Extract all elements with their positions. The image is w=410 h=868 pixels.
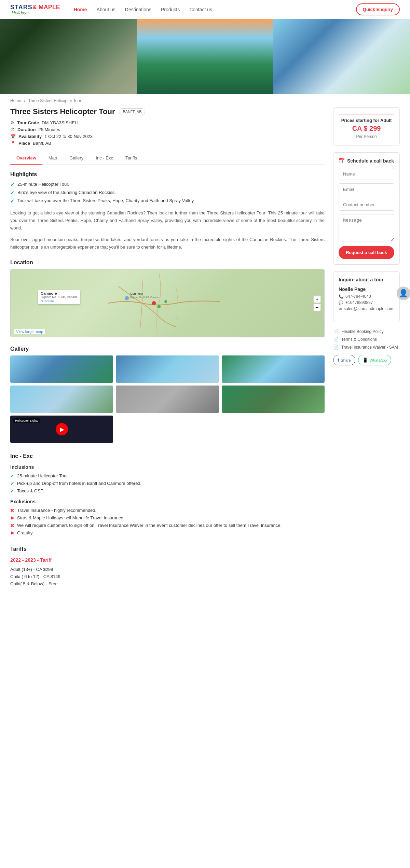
place-icon: 📍 bbox=[10, 141, 16, 146]
nav-home[interactable]: Home bbox=[74, 7, 87, 12]
price-amount: CA $ 299 bbox=[339, 125, 394, 132]
share-whatsapp-button[interactable]: 📱 WhatsApp bbox=[358, 355, 392, 365]
exclusion-x-3: ✖ bbox=[10, 523, 14, 528]
map-label-canmore: Canmore Bighorn No. 8, AB, Canada Direct… bbox=[38, 290, 80, 304]
logo-stars: STARS bbox=[10, 4, 32, 11]
gallery-video-thumb[interactable]: ▶ Helicopter Sights bbox=[10, 416, 113, 443]
tab-gallery[interactable]: Gallery bbox=[63, 152, 90, 164]
exclusion-x-4: ✖ bbox=[10, 530, 14, 536]
highlight-check-1: ✔ bbox=[10, 182, 15, 188]
schedule-box: 📅 Schedule a call back Request a call ba… bbox=[333, 152, 400, 265]
tab-overview[interactable]: Overview bbox=[10, 152, 42, 165]
tariff-item-3: Child( 5 & Below) - Free bbox=[10, 581, 325, 586]
contact-input[interactable] bbox=[339, 199, 394, 211]
gallery-title: Gallery bbox=[10, 346, 325, 352]
tourcode-label: Tour Code bbox=[17, 120, 39, 125]
view-larger-map[interactable]: View larger map bbox=[14, 329, 45, 334]
gallery-grid: ▶ Helicopter Sights bbox=[10, 355, 325, 443]
agent-details: Noelle Page 📞 647-794-4040 💬 +1647889389… bbox=[339, 286, 393, 312]
breadcrumb-home[interactable]: Home bbox=[10, 98, 21, 103]
highlight-item-1: ✔ 25-minute Helicopter Tour. bbox=[10, 182, 325, 188]
nav-contact[interactable]: Contact us bbox=[189, 7, 212, 12]
gallery-item-4[interactable] bbox=[10, 386, 113, 413]
phone-icon: 📞 bbox=[339, 294, 343, 299]
content-left: Three Sisters Helicopter Tour BANFF, AB … bbox=[10, 107, 325, 588]
email-icon: ✉ bbox=[339, 307, 342, 311]
tariff-year-label: 2022 - 2023 - Tariff bbox=[10, 557, 325, 563]
tourcode-value: DM-YBA3SISHELI bbox=[42, 120, 79, 125]
highlight-check-2: ✔ bbox=[10, 190, 15, 196]
tour-title: Three Sisters Helicopter Tour bbox=[10, 107, 115, 116]
logo[interactable]: STARS & MAPLE Holidays bbox=[10, 4, 60, 15]
banff-badge: BANFF, AB bbox=[119, 108, 145, 115]
request-callback-button[interactable]: Request a call back bbox=[339, 246, 394, 259]
quick-enquiry-button[interactable]: Quick Enquiry bbox=[356, 3, 400, 15]
inclusion-2: ✔ Pick-up and Drop-off from hotels in Ba… bbox=[10, 481, 325, 486]
logo-maple: & MAPLE bbox=[32, 4, 60, 11]
duration-icon: ⏱ bbox=[10, 127, 15, 132]
zoom-out-button[interactable]: − bbox=[313, 304, 321, 311]
content-right: Prices starting for Adult CA $ 299 Per P… bbox=[333, 107, 400, 588]
policy-item-1[interactable]: 📄 Flexible Booking Policy bbox=[333, 329, 400, 334]
exclusion-2: ✖ Stars & Maple Holidays sell Manulife T… bbox=[10, 515, 325, 521]
tab-inc-exc[interactable]: Inc - Exc bbox=[90, 152, 119, 164]
policy-icon-1: 📄 bbox=[333, 329, 339, 334]
exclusion-3: ✖ We will require customers to sign off … bbox=[10, 523, 325, 528]
directions-link[interactable]: Directions bbox=[41, 299, 54, 303]
meta-tourcode: ⚙ Tour Code DM-YBA3SISHELI bbox=[10, 120, 325, 125]
email-input[interactable] bbox=[339, 183, 394, 195]
tabs-container: Overview Map Gallery Inc - Exc Tariffs bbox=[10, 152, 325, 165]
gallery-item-6[interactable] bbox=[222, 386, 325, 413]
tariffs-title: Tariffs bbox=[10, 546, 325, 552]
zoom-in-button[interactable]: + bbox=[313, 295, 321, 303]
policy-icon-2: 📄 bbox=[333, 337, 339, 342]
highlight-item-2: ✔ Bird's eye view of the stunning Canadi… bbox=[10, 190, 325, 196]
inclusion-check-3: ✔ bbox=[10, 488, 14, 494]
message-textarea[interactable] bbox=[339, 214, 394, 241]
inclusions-list: ✔ 25-minute Helicopter Tour. ✔ Pick-up a… bbox=[10, 473, 325, 494]
highlights-section: Highlights ✔ 25-minute Helicopter Tour. … bbox=[10, 171, 325, 204]
breadcrumb: Home › Three Sisters Helicopter Tour bbox=[0, 94, 410, 107]
nav-products[interactable]: Products bbox=[161, 7, 180, 12]
svg-point-5 bbox=[164, 300, 167, 303]
policy-item-3[interactable]: 📄 Travel Insurance Waiver - SAM bbox=[333, 345, 400, 350]
gallery-item-1[interactable] bbox=[10, 355, 113, 383]
name-input[interactable] bbox=[339, 168, 394, 180]
description-para2: Soar over jagged mountain peaks, turquoi… bbox=[10, 236, 325, 251]
svg-text:Bighorn No. 8, AB, Canada: Bighorn No. 8, AB, Canada bbox=[130, 296, 159, 299]
agent-phone: 📞 647-794-4040 bbox=[339, 294, 393, 299]
play-arrow-icon: ▶ bbox=[60, 426, 64, 433]
highlights-title: Highlights bbox=[10, 171, 325, 178]
breadcrumb-separator: › bbox=[24, 98, 25, 103]
price-box: Prices starting for Adult CA $ 299 Per P… bbox=[333, 107, 400, 145]
agent-email: ✉ sales@starsandmaple.com bbox=[339, 306, 393, 311]
logo-holidays: Holidays bbox=[12, 10, 60, 15]
svg-point-0 bbox=[125, 296, 129, 300]
nav-about[interactable]: About us bbox=[97, 7, 115, 12]
exclusions-list: ✖ Travel Insurance - highly recommended.… bbox=[10, 508, 325, 536]
calendar-icon: 📅 bbox=[339, 158, 345, 164]
gallery-item-2[interactable] bbox=[116, 355, 219, 383]
tab-map[interactable]: Map bbox=[42, 152, 63, 164]
inquire-title: Inquire about a tour bbox=[339, 277, 394, 282]
place-label: Place bbox=[18, 141, 30, 146]
availability-label: Availability bbox=[18, 134, 42, 139]
tariff-item-2: Child ( 6 to 12) - CA $149 bbox=[10, 574, 325, 579]
tourcode-icon: ⚙ bbox=[10, 120, 14, 125]
exclusions-title: Exclusions bbox=[10, 499, 325, 504]
highlight-check-3: ✔ bbox=[10, 198, 15, 204]
share-facebook-button[interactable]: f Share bbox=[333, 355, 355, 365]
main-nav: Home About us Destinations Products Cont… bbox=[74, 7, 356, 12]
tab-tariffs[interactable]: Tariffs bbox=[119, 152, 143, 164]
social-buttons: f Share 📱 WhatsApp bbox=[333, 355, 400, 365]
exclusion-x-1: ✖ bbox=[10, 508, 14, 513]
video-play-button[interactable]: ▶ bbox=[56, 423, 68, 435]
whatsapp-share-icon: 📱 bbox=[363, 358, 368, 363]
policy-item-2[interactable]: 📄 Terms & Conditions bbox=[333, 337, 400, 342]
nav-destinations[interactable]: Destinations bbox=[125, 7, 151, 12]
gallery-item-5[interactable] bbox=[116, 386, 219, 413]
gallery-item-3[interactable] bbox=[222, 355, 325, 383]
highlight-item-3: ✔ Tour will take you over the Three Sist… bbox=[10, 198, 325, 204]
agent-whatsapp: 💬 +16478893897 bbox=[339, 300, 393, 305]
agent-avatar: 👤 bbox=[397, 286, 410, 300]
